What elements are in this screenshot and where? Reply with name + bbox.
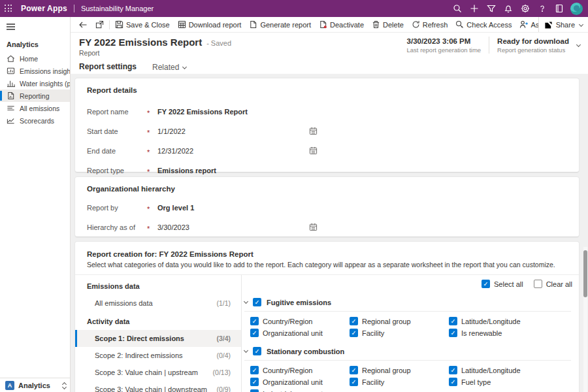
checkbox-checked-icon — [482, 280, 490, 288]
calendar-icon[interactable] — [309, 223, 318, 233]
required-marker: * — [147, 203, 157, 213]
checkbox-checked-icon — [449, 317, 457, 325]
selection-count: (3/4) — [216, 335, 231, 342]
page-header-left: FY 2022 Emissions Report - Saved Report — [79, 37, 231, 57]
refresh-button[interactable]: Refresh — [408, 17, 452, 33]
group-checkbox[interactable] — [253, 298, 261, 306]
category-scope3-upstream[interactable]: Scope 3: Value chain | upstream (0/13) — [75, 364, 241, 381]
option-checkbox[interactable]: Regional group — [350, 317, 449, 325]
field-start-date[interactable]: Start date * 1/1/2022 — [75, 122, 579, 141]
option-checkbox[interactable]: Organizational unit — [250, 329, 350, 337]
field-report-name[interactable]: Report name * FY 2022 Emissions Report — [75, 102, 579, 122]
hamburger-menu-icon[interactable] — [0, 17, 70, 35]
card-title: Organizational hierarchy — [75, 178, 579, 193]
sidebar-item-water-insights[interactable]: Water insights (previ... — [0, 77, 70, 90]
option-checkbox[interactable]: Organizational unit — [250, 378, 350, 386]
calendar-icon[interactable] — [309, 127, 318, 137]
option-checkbox[interactable]: Fuel type — [449, 378, 548, 386]
field-value[interactable]: Org level 1 — [157, 204, 194, 212]
open-in-new-window-button[interactable] — [91, 17, 108, 33]
option-checkbox[interactable]: Facility — [350, 378, 449, 386]
home-icon — [7, 54, 15, 63]
group-fugitive-emissions: Fugitive emissions — [244, 298, 579, 306]
calendar-icon[interactable] — [309, 146, 318, 156]
user-avatar[interactable] — [570, 3, 583, 15]
page-header: FY 2022 Emissions Report - Saved Report … — [71, 33, 588, 57]
checkbox-checked-icon — [350, 317, 358, 325]
area-switcher[interactable]: A Analytics — [0, 378, 70, 392]
waffle-menu-icon[interactable] — [0, 0, 17, 17]
header-chevron-down-icon[interactable] — [576, 42, 581, 46]
environment-name[interactable]: Sustainability Manager — [81, 5, 154, 12]
field-report-by[interactable]: Report by * Org level 1 — [75, 198, 579, 218]
option-checkbox[interactable]: Latitude/Longitude — [449, 317, 548, 325]
select-all-checkbox[interactable]: Select all — [482, 280, 523, 288]
filter-icon[interactable] — [483, 0, 500, 17]
notifications-icon[interactable] — [500, 0, 517, 17]
category-scope1[interactable]: Scope 1: Direct emissions (3/4) — [75, 330, 241, 347]
share-icon — [544, 21, 553, 29]
back-arrow-icon — [78, 20, 88, 29]
vertical-scrollbar[interactable] — [583, 247, 587, 392]
field-value[interactable]: 12/31/2022 — [157, 147, 193, 155]
checkbox-checked-icon — [350, 378, 358, 386]
field-value[interactable]: 1/1/2022 — [157, 127, 186, 135]
app-name[interactable]: Power Apps — [21, 4, 67, 13]
delete-button[interactable]: Delete — [368, 17, 408, 33]
sidebar-item-all-emissions[interactable]: All emissions — [0, 102, 70, 114]
help-icon[interactable] — [534, 0, 551, 17]
field-hierarchy-as-of[interactable]: Hierarchy as of * 3/30/2023 — [75, 218, 579, 237]
add-icon[interactable] — [466, 0, 483, 17]
generate-report-icon — [249, 20, 257, 29]
group-checkbox[interactable] — [253, 347, 261, 355]
office-top-bar: Power Apps Sustainability Manager — [0, 0, 588, 17]
category-all-emissions-data[interactable]: All emissions data (1/1) — [75, 295, 241, 312]
deactivate-icon — [319, 20, 327, 29]
download-report-button[interactable]: Download report — [174, 17, 246, 33]
sidebar-item-home[interactable]: Home — [0, 52, 70, 65]
field-value[interactable]: Emissions report — [157, 167, 216, 174]
group-stationary-combustion: Stationary combustion — [244, 347, 579, 355]
category-scope3-downstream[interactable]: Scope 3: Value chain | downstream (0/9) — [75, 381, 241, 392]
option-checkbox[interactable]: Latitude/Longitude — [449, 366, 548, 374]
checkbox-checked-icon — [350, 366, 358, 374]
check-access-button[interactable]: Check Access — [451, 17, 515, 33]
option-checkbox[interactable]: Industrial process type — [250, 389, 350, 392]
sidebar-item-reporting[interactable]: Reporting — [0, 90, 70, 102]
collapse-chevron-icon[interactable] — [244, 299, 248, 304]
topbar-divider — [74, 5, 74, 12]
emissions-insights-icon — [7, 67, 15, 75]
generate-report-button[interactable]: Generate report — [245, 17, 315, 33]
field-value[interactable]: 3/30/2023 — [157, 223, 189, 231]
settings-icon[interactable] — [517, 0, 534, 17]
sidebar-item-scorecards[interactable]: Scorecards — [0, 114, 70, 127]
option-checkbox[interactable]: Is renewable — [449, 329, 548, 337]
field-end-date[interactable]: End date * 12/31/2022 — [75, 141, 579, 161]
selection-count: (1/1) — [216, 299, 231, 307]
required-marker: * — [147, 107, 157, 117]
app-window: { "colors": { "brand": "#742774", "accen… — [0, 0, 588, 392]
category-scope2[interactable]: Scope 2: Indirect emissions (0/4) — [75, 347, 241, 364]
selection-count: (0/13) — [213, 368, 231, 376]
field-value[interactable]: FY 2022 Emissions Report — [157, 108, 248, 116]
option-checkbox[interactable]: Regional group — [350, 366, 449, 374]
back-button[interactable] — [74, 17, 91, 33]
check-access-icon — [455, 20, 464, 29]
option-checkbox[interactable]: Facility — [350, 329, 449, 337]
attribute-panel: Select all Clear all Fugitive emissions — [242, 275, 579, 392]
select-clear-row: Select all Clear all — [242, 280, 572, 288]
divider — [244, 311, 571, 312]
sidebar-item-emissions-insights[interactable]: Emissions insights — [0, 65, 70, 77]
scrollbar-thumb[interactable] — [583, 250, 587, 297]
clear-all-checkbox[interactable]: Clear all — [534, 280, 572, 288]
option-checkbox[interactable]: Country/Region — [250, 366, 350, 374]
generation-status: Ready for download Report generation sta… — [497, 37, 569, 54]
collapse-chevron-icon[interactable] — [244, 348, 248, 353]
save-and-close-button[interactable]: Save & Close — [111, 17, 174, 33]
option-checkbox[interactable]: Country/Region — [250, 317, 350, 325]
deactivate-button[interactable]: Deactivate — [315, 17, 368, 33]
card-title: Report details — [75, 80, 579, 94]
share-button[interactable]: Share — [538, 17, 588, 33]
guide-icon[interactable] — [551, 0, 568, 17]
search-icon[interactable] — [449, 0, 466, 17]
